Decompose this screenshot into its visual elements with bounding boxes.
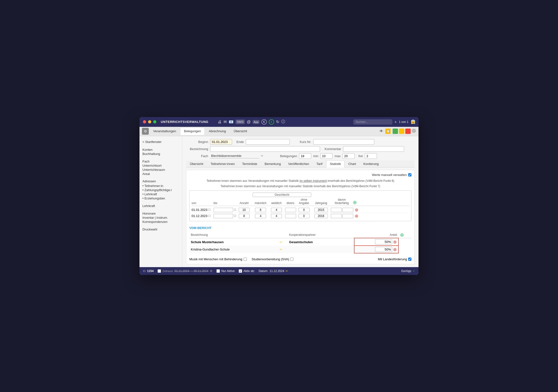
euro-icon[interactable]: € xyxy=(261,119,267,125)
row1-maennlich-input[interactable] xyxy=(255,208,266,212)
werte-manuell-checkbox[interactable] xyxy=(408,173,411,176)
sub-tab-uebersicht[interactable]: Übersicht xyxy=(186,160,207,167)
maximize-button[interactable] xyxy=(153,120,156,123)
row2-bis-input[interactable] xyxy=(214,214,233,218)
sub-tab-kontierung[interactable]: Kontierung xyxy=(360,160,382,167)
vdm-row2-anteil-input[interactable] xyxy=(375,247,392,252)
row1-davon2-input[interactable] xyxy=(342,208,353,212)
sidebar-item-lehrkraft-addr[interactable]: Lehrkraft xyxy=(142,192,179,196)
sidebar-item-unterrichtsort[interactable]: Unterrichtsort xyxy=(142,163,179,168)
row1-jahrgang-input[interactable] xyxy=(314,208,328,212)
sub-tab-bemerkung[interactable]: Bemerkung xyxy=(261,160,284,167)
row1-ohne-input[interactable] xyxy=(299,208,310,212)
sidebar-item-fach[interactable]: Fach xyxy=(142,159,179,163)
app-icon[interactable]: App xyxy=(253,120,259,124)
sidebar-item-korrespondenzen[interactable]: Korrespondenzen xyxy=(142,220,179,224)
row1-anzahl-input[interactable] xyxy=(239,208,250,212)
row2-maennlich-input[interactable] xyxy=(255,214,266,218)
sidebar-item-konten[interactable]: Konten xyxy=(142,148,179,152)
landesfoerderung-checkbox[interactable] xyxy=(408,258,411,261)
row1-delete-button[interactable]: ⊗ xyxy=(355,208,358,212)
vdm-row2-delete-button[interactable]: ⊗ xyxy=(393,247,397,252)
sidebar-item-areal[interactable]: Areal xyxy=(142,172,179,176)
note-icon[interactable]: 📋 xyxy=(385,129,391,134)
sidebar-item-honorare[interactable]: Honorare xyxy=(142,211,179,216)
fach-edit-icon[interactable]: ✏ xyxy=(261,154,263,158)
sidebar-item-druckwahl[interactable]: Druckwahl xyxy=(142,227,179,231)
sub-tab-teilnehmer[interactable]: Teilnehmer:innen xyxy=(207,160,238,167)
kommentar-input[interactable] xyxy=(343,146,404,152)
row1-davon-input[interactable] xyxy=(331,208,342,212)
vdm-add-button[interactable]: ⊕ xyxy=(400,232,404,237)
row2-anzahl-input[interactable] xyxy=(239,214,250,218)
sidebar-item-teilnehmer[interactable]: Teilnehmer:in xyxy=(142,184,179,188)
row1-weiblich-input[interactable] xyxy=(271,208,282,212)
row2-jahrgang-input[interactable] xyxy=(314,214,328,218)
gear-button[interactable]: ⚙ xyxy=(142,128,149,135)
sb-datum-edit-icon[interactable]: ✏ xyxy=(286,269,288,273)
tab-uebersicht[interactable]: Übersicht xyxy=(230,128,251,135)
sidebar-startfenster: < Startfenster xyxy=(142,140,179,144)
ende-input[interactable] xyxy=(246,139,290,145)
sms-icon[interactable]: SMS xyxy=(236,120,245,124)
sidebar-item-unterrichtsraum[interactable]: Unterrichtsraum xyxy=(142,168,179,172)
sub-tab-veroeffentlichen[interactable]: Veröffentlichen xyxy=(285,160,313,167)
col-ohne-header: ohneAngabe xyxy=(297,198,311,205)
row2-davon-input[interactable] xyxy=(331,214,342,218)
print-icon[interactable]: 🖨 xyxy=(218,120,222,124)
beginn-input[interactable] xyxy=(210,139,232,145)
musik-behinderung-checkbox[interactable] xyxy=(244,258,247,261)
sidebar-item-lehrkraft[interactable]: Lehrkraft xyxy=(142,204,179,208)
minimize-button[interactable] xyxy=(148,120,151,123)
min-input[interactable] xyxy=(320,153,333,159)
sub-tab-tarif[interactable]: Tarif xyxy=(313,160,326,167)
add-row-button[interactable]: ⊕ xyxy=(353,200,357,205)
info-icon[interactable]: ⓘ xyxy=(281,119,285,124)
sub-tab-chart[interactable]: Chart xyxy=(344,160,360,167)
sva-checkbox[interactable] xyxy=(290,258,293,261)
belegungen-input[interactable] xyxy=(299,153,311,159)
row1-divers-input[interactable] xyxy=(285,208,296,212)
kurs-nr-input[interactable] xyxy=(313,139,374,145)
tab-abrechnung[interactable]: Abrechnung xyxy=(205,128,229,135)
landesfoerderung-text: Mit Landesförderung xyxy=(378,257,407,261)
sidebar-item-zahlungspflichtige[interactable]: Zahlungspflichtige:r xyxy=(142,188,179,192)
sidebar-item-buchhaltung[interactable]: Buchhaltung xyxy=(142,152,179,156)
row2-davon2-input[interactable] xyxy=(342,214,353,218)
vdm-row1-edit-icon[interactable]: ✏ xyxy=(280,240,282,244)
lock-icon: 🔒 xyxy=(411,119,416,124)
bezeichnung-input[interactable] xyxy=(210,146,320,152)
vdm-row1-delete-button[interactable]: ⊗ xyxy=(393,240,397,244)
sub-tab-statistik[interactable]: Statistik xyxy=(326,160,345,167)
row1-bis-input[interactable] xyxy=(214,208,233,212)
row2-divers-input[interactable] xyxy=(285,214,296,218)
tab-belegungen[interactable]: Belegungen xyxy=(181,128,204,135)
plus-icon[interactable]: + xyxy=(269,119,274,125)
eye-icon[interactable]: 👁 xyxy=(379,129,383,133)
vdm-row2-edit-icon[interactable]: ✏ xyxy=(280,248,282,251)
max-input[interactable] xyxy=(343,153,355,159)
row2-weiblich-input[interactable] xyxy=(271,214,282,218)
row2-delete-button[interactable]: ⊗ xyxy=(355,214,358,218)
frei-input[interactable] xyxy=(365,153,377,159)
sub-tab-terminliste[interactable]: Terminliste xyxy=(238,160,261,167)
mail-icon[interactable]: ✉ xyxy=(224,120,227,124)
sb-aktiv-ab-checkbox[interactable]: ✓ xyxy=(239,269,242,273)
row2-von-cal[interactable]: ☐ xyxy=(208,214,211,218)
tab-veranstaltungen[interactable]: Veranstaltungen xyxy=(150,128,180,135)
sidebar-item-startfenster[interactable]: < Startfenster xyxy=(142,140,179,144)
vdm-row1-anteil-input[interactable] xyxy=(375,239,392,244)
row1-von-cal[interactable]: ☐ xyxy=(208,208,211,211)
sb-nur-aktive-checkbox[interactable] xyxy=(216,269,220,273)
sidebar-item-erziehungsber[interactable]: Erziehungsber. xyxy=(142,196,179,200)
mail2-icon[interactable]: 📧 xyxy=(229,120,234,124)
sb-zeitraum-checkbox[interactable] xyxy=(158,269,161,273)
search-input[interactable] xyxy=(353,119,392,125)
sidebar-section-2: Fach Unterrichtsort Unterrichtsraum Area… xyxy=(142,159,179,176)
refresh-icon[interactable]: ↻ xyxy=(276,120,279,124)
sb-gear-icon[interactable]: ⚙ xyxy=(210,269,213,273)
sidebar-item-inventar[interactable]: Inventar | Instrum. xyxy=(142,216,179,220)
close-button[interactable] xyxy=(143,120,146,123)
at-icon[interactable]: @ xyxy=(247,120,251,124)
row2-ohne-input[interactable] xyxy=(299,214,310,218)
